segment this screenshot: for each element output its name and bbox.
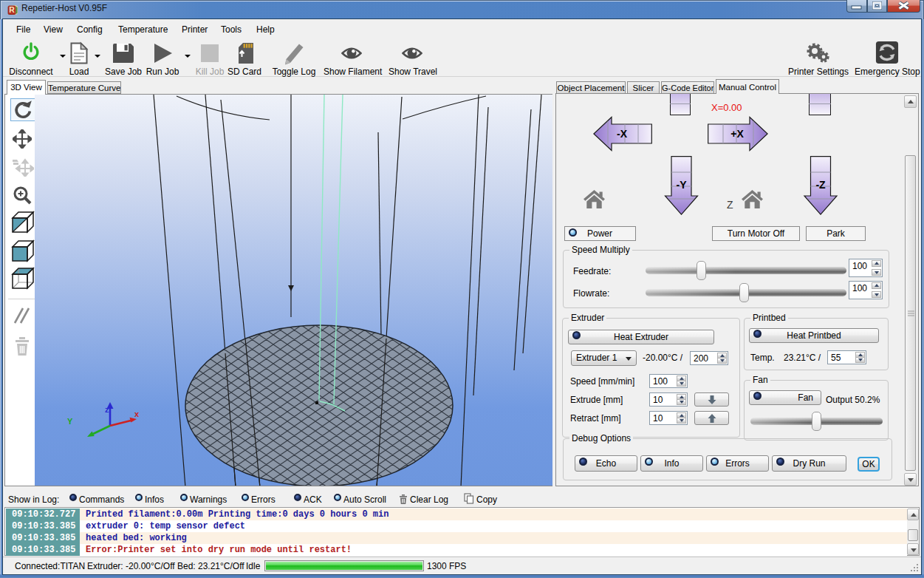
svg-text:z: z (105, 405, 109, 414)
svg-text:R: R (9, 5, 15, 14)
svg-text:x: x (134, 409, 140, 418)
svg-text:Y: Y (67, 417, 73, 426)
